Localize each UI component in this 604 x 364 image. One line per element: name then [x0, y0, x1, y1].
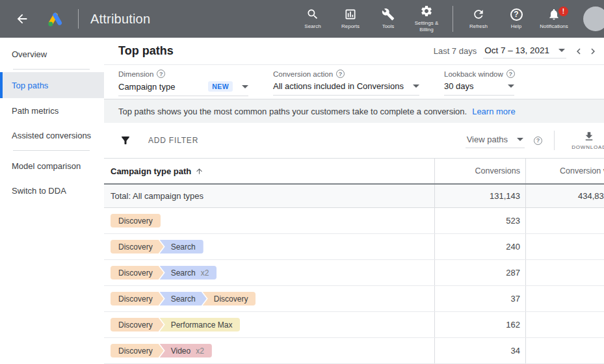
nav-label: Refresh [469, 23, 488, 30]
dimension-value: Campaign type [118, 82, 175, 92]
column-header-conversions[interactable]: Conversions [434, 159, 525, 183]
reports-icon [344, 8, 357, 21]
dimension-control: Dimension ? Campaign type NEW [118, 70, 248, 96]
chevron-down-icon [558, 49, 565, 52]
help-icon[interactable]: ? [157, 70, 165, 78]
chip-label: Search [171, 294, 196, 304]
page-title: Top paths [118, 44, 174, 58]
nav-label: Notifications [540, 23, 568, 30]
next-period-button[interactable] [586, 44, 600, 58]
conversions-cell: 34 [434, 338, 525, 363]
nav-help[interactable]: ? Help [499, 8, 533, 30]
sidebar-item-overview[interactable]: Overview [0, 42, 104, 66]
table-row: DiscoverySearch240 [104, 234, 604, 260]
conversion-action-dropdown[interactable]: All actions included in Conversions [273, 81, 419, 96]
table-header-row: Campaign type path Conversions Conversio… [104, 159, 604, 185]
sidebar-item-label: Assisted conversions [12, 131, 91, 140]
filter-funnel-icon[interactable] [120, 135, 131, 146]
top-app-bar: Attribution Search Reports Tools Setting… [0, 0, 604, 38]
sidebar-item-switch-to-dda[interactable]: Switch to DDA [0, 178, 104, 203]
sidebar-item-label: Top paths [12, 81, 48, 90]
gear-icon [420, 5, 433, 18]
nav-refresh[interactable]: Refresh [462, 8, 495, 30]
sidebar-divider [13, 69, 90, 70]
nav-tools[interactable]: Tools [371, 8, 405, 30]
chip-label: Discovery [118, 320, 153, 330]
dimension-dropdown[interactable]: Campaign type NEW [118, 81, 248, 96]
sidebar-item-model-comparison[interactable]: Model comparison [0, 153, 104, 178]
conversion-value-cell [525, 312, 604, 337]
date-range-picker[interactable]: Oct 7 – 13, 2021 [483, 44, 566, 58]
conversion-value-cell [525, 208, 604, 233]
lookback-window-dropdown[interactable]: 30 days [444, 81, 514, 96]
conversion-action-value: All actions included in Conversions [273, 81, 404, 91]
path-chip-discovery: Discovery [111, 292, 164, 306]
add-filter-button[interactable]: ADD FILTER [148, 136, 198, 145]
previous-period-button[interactable] [571, 44, 586, 58]
path-chip-discovery: Discovery [111, 318, 164, 332]
nav-settings-billing[interactable]: Settings & Billing [409, 5, 444, 33]
filter-bar: ADD FILTER View paths ? DOWNLOAD [104, 123, 604, 159]
avatar[interactable] [583, 6, 604, 31]
arrow-back-icon [15, 12, 29, 26]
conversion-value-cell [525, 338, 604, 363]
view-paths-label: View paths [467, 135, 508, 144]
sort-ascending-icon [195, 167, 204, 176]
chevron-down-icon [517, 138, 523, 141]
wrench-icon [382, 8, 395, 21]
lookback-window-control: Lookback window ? 30 days [444, 70, 515, 96]
conversion-action-label: Conversion action [273, 70, 333, 78]
table-total-row: Total: All campaign types 131,143 434,83… [104, 185, 604, 208]
total-row-label: Total: All campaign types [111, 191, 204, 201]
conversions-cell: 240 [434, 234, 525, 259]
table-row: DiscoveryPerformance Max162 [104, 312, 604, 338]
column-header-campaign-type-path[interactable]: Campaign type path [104, 159, 434, 183]
chip-label: Video [171, 346, 190, 356]
lookback-window-value: 30 days [444, 81, 474, 91]
nav-reports[interactable]: Reports [334, 8, 367, 30]
chip-repeat-count: x2 [196, 346, 204, 356]
help-icon: ? [510, 8, 523, 21]
refresh-icon [472, 8, 485, 21]
sidebar-item-label: Switch to DDA [12, 186, 66, 196]
sidebar-item-assisted-conversions[interactable]: Assisted conversions [0, 123, 104, 148]
chip-label: Discovery [118, 294, 153, 304]
conversions-value: 240 [506, 242, 520, 252]
nav-label: Search [304, 23, 321, 30]
path-chip-discovery: Discovery [203, 292, 256, 306]
table-body: Discovery523DiscoverySearch240DiscoveryS… [104, 208, 604, 364]
conversions-cell: 287 [434, 260, 525, 285]
chip-label: Search [171, 242, 196, 252]
info-banner: Top paths shows you the most common path… [104, 99, 604, 123]
sidebar-item-top-paths[interactable]: Top paths [0, 72, 104, 98]
help-icon[interactable]: ? [336, 70, 345, 78]
conversion-value-cell [525, 260, 604, 285]
chevron-down-icon [242, 85, 248, 88]
nav-notifications[interactable]: ! Notifications [537, 8, 571, 30]
chip-label: Discovery [118, 268, 153, 278]
table-row: DiscoveryVideox234 [104, 338, 604, 364]
view-paths-dropdown[interactable]: View paths [466, 133, 525, 148]
learn-more-link[interactable]: Learn more [472, 107, 515, 116]
conversions-cell: 162 [434, 312, 525, 337]
nav-label: Tools [382, 23, 395, 30]
column-header-conversion-value[interactable]: Conversion value [525, 159, 604, 183]
conversions-value: 287 [506, 268, 520, 278]
chip-label: Discovery [118, 242, 153, 252]
sidebar-item-path-metrics[interactable]: Path metrics [0, 98, 104, 123]
path-chip-performance_max: Performance Max [160, 318, 241, 332]
table-row: Discovery523 [104, 208, 604, 234]
header-divider [78, 9, 79, 29]
nav-search[interactable]: Search [296, 8, 330, 30]
help-icon[interactable]: ? [506, 70, 515, 78]
google-ads-logo-icon [46, 10, 65, 28]
back-button[interactable] [9, 6, 35, 32]
info-banner-text: Top paths shows you the most common path… [118, 107, 467, 116]
nav-label: Settings & Billing [409, 20, 444, 33]
help-icon[interactable]: ? [534, 136, 542, 145]
download-button[interactable]: DOWNLOAD [564, 131, 604, 150]
total-conversion-value: 434,834 [578, 191, 604, 201]
date-range-value: Oct 7 – 13, 2021 [484, 46, 549, 55]
path-chip-search: Searchx2 [160, 266, 217, 280]
date-preset-label: Last 7 days [434, 46, 477, 56]
